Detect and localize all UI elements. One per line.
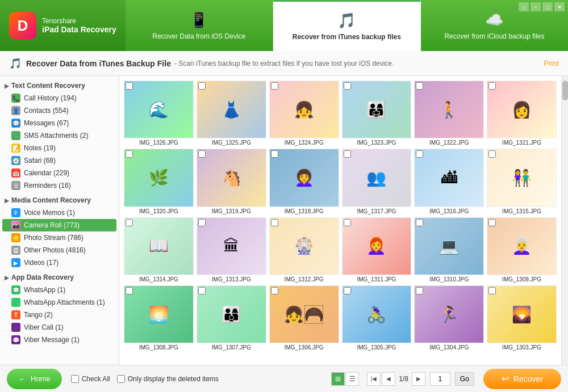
photo-item[interactable]: 🏛IMG_1313.JPG [197,217,266,283]
photo-checkbox[interactable] [344,287,351,294]
photo-checkbox[interactable] [198,287,206,294]
photo-item[interactable]: 👨‍👩‍👦IMG_1307.JPG [197,285,266,351]
prev-page-button[interactable]: ◀ [382,372,395,386]
photo-item[interactable]: 👩‍🦰IMG_1311.JPG [342,217,412,283]
photo-filename: IMG_1323.JPG [342,140,412,146]
sidebar-item-voice-memos[interactable]: 🎙 Voice Memos (1) [0,206,119,219]
home-control[interactable]: ⌂ [519,2,529,11]
photo-checkbox[interactable] [488,150,496,158]
photo-filename: IMG_1324.JPG [269,140,339,146]
photo-item[interactable]: 💻IMG_1310.JPG [414,217,484,283]
photo-item[interactable]: 🏙IMG_1316.JPG [414,149,484,214]
only-deleted-checkbox[interactable] [117,375,125,383]
photo-thumbnail: 👩 [487,81,556,138]
photo-item[interactable]: 🌿IMG_1320.JPG [124,149,194,214]
home-button[interactable]: ← Home [7,369,62,389]
sidebar-item-whatsapp[interactable]: 💬 WhatsApp (1) [0,284,119,296]
sidebar-item-photo-stream[interactable]: ⭐ Photo Stream (786) [0,231,119,244]
sidebar-item-other-photos[interactable]: 🖼 Other Photos (4816) [0,244,119,256]
sidebar-item-whatsapp-attachments[interactable]: 📎 WhatsApp Attachments (1) [0,296,119,309]
photo-checkbox[interactable] [126,219,133,226]
photo-item[interactable]: 👥IMG_1317.JPG [342,149,412,214]
sidebar-item-tango[interactable]: T Tango (2) [0,309,119,321]
minimize-control[interactable]: − [531,2,541,11]
photo-thumbnail: 🎡 [270,218,339,275]
recover-button[interactable]: ↩ Recover [483,369,561,389]
photo-item[interactable]: 🚶IMG_1322.JPG [414,81,484,146]
photo-item[interactable]: 👫IMG_1315.JPG [487,149,557,214]
go-button[interactable]: Go [455,372,474,386]
photo-item[interactable]: 👧‍🦱IMG_1306.JPG [269,285,339,351]
sidebar-item-calendar[interactable]: 📅 Calendar (229) [0,167,119,179]
sidebar-item-call-history[interactable]: 📞 Call History (194) [0,92,119,104]
sidebar-item-viber-call[interactable]: 📞 Viber Call (1) [0,321,119,334]
photo-item[interactable]: 👩IMG_1321.JPG [487,81,557,146]
photo-checkbox[interactable] [271,82,278,90]
photo-item[interactable]: 🌄IMG_1303.JPG [487,285,557,351]
scrollbar-thumb[interactable] [562,81,568,100]
check-all-checkbox[interactable] [71,375,79,383]
close-control[interactable]: ✕ [554,2,565,11]
photo-checkbox[interactable] [126,82,133,90]
photo-item[interactable]: 👩‍🦳IMG_1309.JPG [487,217,557,283]
sidebar-item-safari[interactable]: 🧭 Safari (68) [0,154,119,167]
sidebar-item-reminders[interactable]: ☰ Reminders (16) [0,179,119,192]
photo-item[interactable]: 🚴‍♀️IMG_1305.JPG [342,285,412,351]
photo-checkbox[interactable] [198,82,206,90]
safari-label: Safari (68) [24,157,56,165]
photo-stream-label: Photo Stream (786) [24,234,83,242]
photo-checkbox[interactable] [416,287,423,294]
photo-checkbox[interactable] [126,287,133,294]
list-view-button[interactable]: ☰ [345,372,359,386]
sidebar-item-messages[interactable]: 💬 Messages (67) [0,117,119,129]
photo-item[interactable]: 📖IMG_1314.JPG [124,217,194,283]
tab-itunes[interactable]: 🎵 Recover from iTunes backup files [273,0,421,51]
tab-ios[interactable]: 📱 Recover Data from iOS Device [126,0,273,51]
photo-checkbox[interactable] [344,150,351,158]
sidebar-section-media-header[interactable]: ▶ Media Content Recovery [0,194,119,206]
photo-checkbox[interactable] [488,219,496,226]
scrollbar-track[interactable] [561,76,568,365]
app-section-arrow: ▶ [5,275,9,281]
photo-checkbox[interactable] [344,219,351,226]
check-all-label[interactable]: Check All [71,375,110,383]
photo-item[interactable]: 🎡IMG_1312.JPG [269,217,339,283]
print-link[interactable]: Print [544,59,559,68]
sidebar-item-videos[interactable]: ▶ Videos (17) [0,256,119,269]
photo-checkbox[interactable] [488,287,496,294]
sidebar-item-viber-message[interactable]: 💬 Viber Message (1) [0,334,119,346]
photo-checkbox[interactable] [416,150,423,158]
photo-checkbox[interactable] [198,150,206,158]
ios-tab-label: Recover Data from iOS Device [152,32,245,40]
photo-checkbox[interactable] [126,150,133,158]
maximize-control[interactable]: □ [542,2,553,11]
photo-item[interactable]: 👧IMG_1324.JPG [269,81,339,146]
grid-view-button[interactable]: ⊞ [331,372,345,386]
photo-checkbox[interactable] [416,82,423,90]
photo-checkbox[interactable] [271,219,278,226]
sidebar-item-camera-roll[interactable]: 📷 Camera Roll (773) [2,219,116,231]
photo-checkbox[interactable] [271,150,278,158]
photo-checkbox[interactable] [198,219,206,226]
sidebar-item-contacts[interactable]: 👤 Contacts (554) [0,104,119,117]
photo-item[interactable]: 👗IMG_1325.JPG [197,81,266,146]
photo-item[interactable]: 🌅IMG_1308.JPG [124,285,194,351]
page-number-input[interactable] [430,372,450,386]
sidebar-section-app-header[interactable]: ▶ App Data Recovery [0,271,119,284]
photo-item[interactable]: 🏃‍♀️IMG_1304.JPG [414,285,484,351]
main-content: ▶ Text Content Recovery 📞 Call History (… [0,76,568,365]
photo-checkbox[interactable] [416,219,423,226]
photo-item[interactable]: 👨‍👩‍👧IMG_1323.JPG [342,81,412,146]
photo-checkbox[interactable] [488,82,496,90]
next-page-button[interactable]: ▶ [412,372,425,386]
photo-item[interactable]: 🌊IMG_1326.JPG [124,81,194,146]
sidebar-item-notes[interactable]: 📝 Notes (19) [0,142,119,154]
photo-checkbox[interactable] [344,82,351,90]
photo-item[interactable]: 🐴IMG_1319.JPG [197,149,266,214]
photo-item[interactable]: 👩‍🦱IMG_1318.JPG [269,149,339,214]
only-deleted-label[interactable]: Only display the deleted items [117,375,219,383]
first-page-button[interactable]: |◀ [367,372,381,386]
sidebar-section-text-header[interactable]: ▶ Text Content Recovery [0,79,119,92]
sidebar-item-sms-attachments[interactable]: 📎 SMS Attachments (2) [0,129,119,142]
photo-checkbox[interactable] [271,287,278,294]
